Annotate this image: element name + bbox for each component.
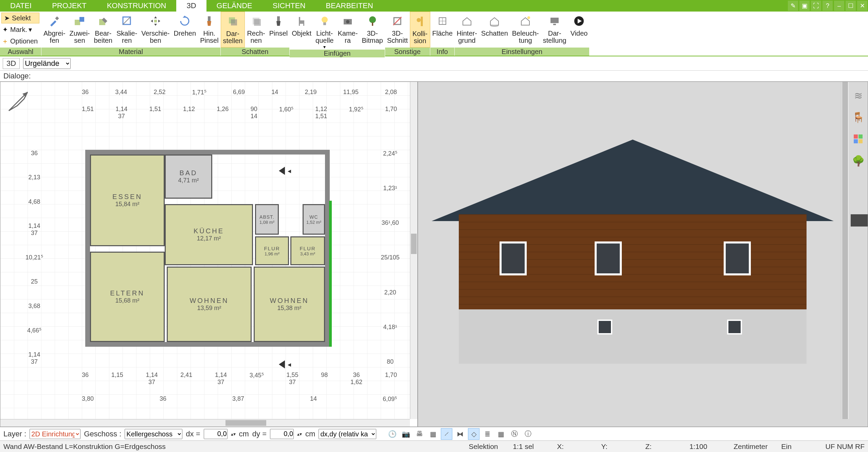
svg-rect-5 — [154, 20, 157, 22]
status-hint: Wand AW-Bestand L=Konstruktion G=Erdgesc… — [3, 442, 166, 451]
camera-small-icon[interactable]: 📷 — [400, 428, 412, 440]
svg-rect-6 — [208, 16, 211, 21]
snap-endpoint-icon[interactable]: ⟋ — [441, 428, 452, 440]
layer-label: Layer : — [3, 430, 26, 438]
right-panel-handle[interactable] — [851, 214, 868, 227]
dimensions-top-2: 1,511,14 371,511,121,2690 141,60⁵1,12 1,… — [82, 106, 397, 120]
menu-tab-projekt[interactable]: PROJEKT — [42, 0, 96, 12]
menu-tab-gelaende[interactable]: GELÄNDE — [206, 0, 263, 12]
titlebar-tool-2-icon[interactable]: ▣ — [799, 1, 810, 11]
room-flur2[interactable]: FLUR3,43 m² — [290, 236, 325, 265]
layers-panel-icon[interactable]: ≋ — [851, 89, 865, 102]
svg-rect-33 — [858, 134, 863, 139]
room-kueche[interactable]: KÜCHE12,17 m² — [165, 204, 253, 265]
svg-rect-10 — [254, 19, 261, 26]
svg-point-24 — [417, 18, 421, 22]
geschoss-select[interactable]: Kellergeschoss — [125, 429, 182, 439]
snap-plane-icon[interactable]: ◇ — [468, 428, 480, 440]
room-flur1[interactable]: FLUR1,96 m² — [255, 236, 289, 265]
svg-rect-29 — [550, 18, 559, 23]
floorplan-2d-pane[interactable]: 363,442,521,71⁵6,69142,1911,952,08 1,511… — [0, 82, 418, 427]
einst-darstellung-button[interactable]: Dar- stellung — [541, 12, 568, 48]
bottom-icon-strip: 🕒 📷 🖶 ▦ ⟋ ⧓ ◇ ≣ ▦ Ⓝ ⓘ — [386, 428, 534, 440]
material-verschieben-button[interactable]: Verschie- ben — [139, 12, 171, 48]
schatten-rechnen-button[interactable]: Rech- nen — [245, 12, 267, 48]
terrain-select[interactable]: Urgelände — [23, 58, 71, 69]
schatten-darstellen-button[interactable]: Dar- stellen — [221, 12, 245, 48]
coord-mode-select[interactable]: dx,dy (relativ ka — [319, 429, 376, 439]
furniture-panel-icon[interactable]: 🪑 — [851, 110, 865, 124]
titlebar-tool-1-icon[interactable]: ✎ — [788, 1, 798, 11]
einst-schatten-button[interactable]: Schatten — [479, 12, 510, 48]
material-zuweisen-button[interactable]: Zuwei- sen — [67, 12, 92, 48]
clock-icon[interactable]: 🕒 — [386, 428, 398, 440]
schatten-pinsel-button[interactable]: Pinsel — [267, 12, 290, 48]
north-toggle-icon[interactable]: Ⓝ — [509, 428, 520, 440]
room-essen[interactable]: ESSEN15,84 m² — [90, 155, 165, 246]
svg-rect-1 — [75, 20, 80, 25]
einst-hintergrund-button[interactable]: Hinter- grund — [455, 12, 479, 48]
material-bearbeiten-button[interactable]: Bear- beiten — [92, 12, 115, 48]
ribbon-group-info: Info — [430, 48, 455, 56]
floorplan-hscroll[interactable] — [0, 419, 410, 427]
einst-video-button[interactable]: Video — [568, 12, 590, 48]
einfuegen-3dbitmap-button[interactable]: 3D- Bitmap — [360, 12, 385, 50]
help-icon[interactable]: ? — [822, 1, 833, 11]
cursor-info-icon[interactable]: ⓘ — [522, 428, 534, 440]
material-abgreifen-button[interactable]: Abgrei- fen — [41, 12, 67, 48]
titlebar-tool-3-icon[interactable]: ⛶ — [811, 1, 821, 11]
view-3d-pane[interactable]: ≋ 🪑 🌳 — [418, 82, 868, 427]
einst-beleuchtung-button[interactable]: Beleuch- tung — [510, 12, 541, 48]
snap-mid-icon[interactable]: ⧓ — [454, 428, 466, 440]
menu-tab-sichten[interactable]: SICHTEN — [263, 0, 316, 12]
einfuegen-kamera-button[interactable]: Kame- ra — [336, 12, 360, 50]
dy-input[interactable] — [270, 429, 294, 439]
options-button[interactable]: ＋Optionen — [1, 36, 39, 47]
minimize-icon[interactable]: – — [834, 1, 844, 11]
shadow-show-icon — [225, 14, 240, 29]
print-icon[interactable]: 🖶 — [414, 428, 425, 440]
plants-panel-icon[interactable]: 🌳 — [851, 154, 865, 167]
material-pinsel-button[interactable]: Hin. Pinsel — [198, 12, 220, 48]
einfuegen-objekt-button[interactable]: Objekt — [290, 12, 313, 50]
layer-filter-icon[interactable]: ≣ — [482, 428, 493, 440]
close-icon[interactable]: ✕ — [857, 1, 867, 11]
room-abst[interactable]: ABST.1,08 m² — [255, 204, 279, 235]
menu-tab-3d[interactable]: 3D — [176, 0, 206, 12]
info-flaeche-button[interactable]: Fläche — [430, 12, 455, 48]
sonstige-kollision-button[interactable]: Kolli- sion — [410, 12, 430, 48]
menu-bar: DATEI PROJEKT KONSTRUKTION 3D GELÄNDE SI… — [0, 0, 868, 12]
material-drehen-button[interactable]: Drehen — [172, 12, 198, 48]
material-skalieren-button[interactable]: Skalie- ren — [114, 12, 139, 48]
room-wohnen2[interactable]: WOHNEN15,38 m² — [254, 267, 325, 342]
3d-vscroll[interactable] — [841, 82, 849, 419]
north-arrow-icon — [4, 85, 34, 116]
status-selection-count: 1:1 sel — [513, 442, 543, 451]
grid-toggle-icon[interactable]: ▦ — [495, 428, 507, 440]
mark-tool-button[interactable]: ✦Mark.▾ — [1, 24, 39, 35]
room-bad[interactable]: BAD4,71 m² — [165, 155, 212, 199]
right-toolbar: ≋ 🪑 🌳 — [850, 89, 866, 167]
layer-select[interactable]: 2D Einrichtung — [30, 429, 80, 439]
einfuegen-lichtquelle-button[interactable]: Licht- quelle▾ — [313, 12, 336, 50]
sonstige-3dschnitt-button[interactable]: 3D- Schnitt — [385, 12, 410, 48]
room-eltern[interactable]: ELTERN15,68 m² — [90, 252, 165, 342]
dimensions-right: 2,24⁵1,23¹36¹,6025/1052,204,18¹80 — [377, 150, 404, 365]
view-mode-tag[interactable]: 3D — [3, 58, 20, 69]
maximize-icon[interactable]: ☐ — [846, 1, 856, 11]
ribbon-group-schatten: Schatten — [221, 48, 290, 56]
floorplan-vscroll[interactable] — [410, 82, 417, 419]
materials-panel-icon[interactable] — [851, 132, 865, 146]
select-tool-button[interactable]: ➤Selekt — [1, 13, 39, 23]
menu-tab-datei[interactable]: DATEI — [0, 0, 42, 12]
menu-tab-bearbeiten[interactable]: BEARBEITEN — [315, 0, 383, 12]
wall-lower — [459, 309, 807, 364]
scale-icon — [120, 14, 134, 29]
dx-input[interactable] — [204, 429, 228, 439]
shadow-calc-icon — [249, 14, 264, 29]
menu-tab-konstruktion[interactable]: KONSTRUKTION — [97, 0, 177, 12]
room-wohnen1[interactable]: WOHNEN13,59 m² — [167, 267, 252, 342]
dy-unit: cm — [305, 430, 315, 438]
select-multi-icon[interactable]: ▦ — [427, 428, 439, 440]
room-wc[interactable]: WC1,52 m² — [303, 204, 325, 235]
